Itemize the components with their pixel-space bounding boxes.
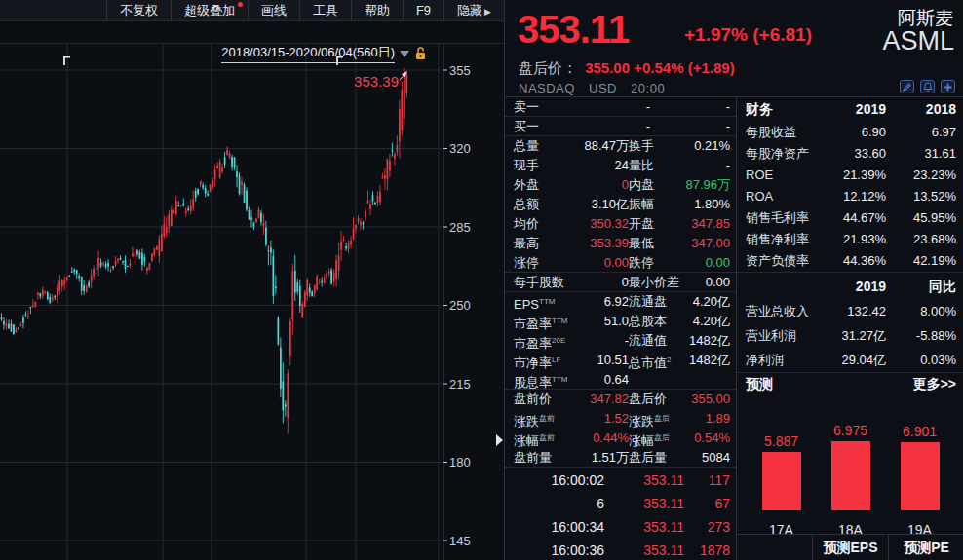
tab-forecast-pe[interactable]: 预测PE	[888, 535, 963, 560]
tab-forecast-eps[interactable]: 预测EPS	[812, 535, 888, 560]
candlestick-chart[interactable]: 355320285250215180145353.39	[0, 0, 504, 560]
quote-value: 4.20亿	[667, 292, 730, 312]
quote-label: 现手	[514, 156, 539, 175]
quote-cell: 总量88.47万	[514, 136, 629, 156]
growth-value: 29.04亿	[814, 348, 886, 372]
quote-table: 总量88.47万换手0.21%现手24量比-外盘0内盘87.96万总额3.10亿…	[505, 136, 736, 467]
edit-icon[interactable]	[900, 80, 914, 93]
forecast-bar	[831, 441, 870, 510]
order-book: 卖一--买一--	[505, 97, 736, 136]
quote-label: 股息率TTM	[514, 370, 567, 389]
order-book-label: 买一	[514, 117, 564, 135]
quote-value: 6.92	[555, 292, 629, 312]
quote-value: 347.00	[654, 234, 730, 253]
quote-label: EPSTTM	[514, 292, 555, 312]
chevron-down-icon[interactable]	[400, 51, 409, 57]
date-range-label[interactable]: 2018/03/15-2020/06/04(560日)	[221, 44, 395, 63]
quote-cell: 总股本4.20亿	[629, 312, 736, 331]
quote-row: 现手24量比-	[505, 156, 736, 175]
quote-label: 流通盘	[629, 292, 667, 312]
tick-row: 16:00:02353.11117	[505, 468, 736, 492]
order-book-row: 卖一--	[505, 97, 736, 117]
order-book-volume: -	[691, 97, 730, 116]
tick-volume: 1878	[684, 539, 736, 560]
chart-toolbar: 不复权超级叠加画线工具帮助F9隐藏▶	[0, 0, 504, 21]
finance-row: 销售毛利率44.67%45.95%	[737, 207, 963, 229]
toolbar-item-super-overlay[interactable]: 超级叠加	[171, 0, 248, 20]
quote-label: 盘前量	[514, 448, 552, 467]
finance-value: 45.95%	[886, 207, 956, 229]
growth-header-row: 2019同比	[737, 275, 963, 299]
quote-cell: 涨幅盘前0.44%	[514, 429, 629, 448]
quote-cell: 涨幅盘后0.54%	[629, 429, 736, 448]
finance-col-2018: 2018	[886, 97, 956, 122]
quote-label: 振幅	[629, 195, 654, 214]
bell-icon[interactable]	[920, 80, 935, 93]
quote-value: 1482亿	[667, 331, 730, 351]
finance-value: 23.68%	[886, 229, 956, 250]
quote-label: 涨幅盘前	[514, 429, 555, 448]
toolbar-item-f9[interactable]: F9	[403, 0, 443, 20]
add-to-watchlist-icon[interactable]	[941, 80, 955, 93]
toolbar-item-help[interactable]: 帮助	[351, 0, 403, 20]
quote-value: 0.54%	[670, 429, 730, 448]
quote-cell	[629, 370, 736, 389]
finance-value: 6.90	[814, 122, 886, 143]
order-book-price: -	[564, 117, 691, 135]
quote-label: 均价	[514, 214, 539, 234]
quote-cell: 盘后价355.00	[629, 390, 736, 409]
after-hours-value: 355.00 +0.54% (+1.89)	[585, 59, 734, 76]
quote-value: 1482亿	[671, 351, 730, 370]
toolbar-item-draw-line[interactable]: 画线	[248, 0, 299, 20]
quote-row: 市净率LF10.51总市值21482亿	[505, 351, 736, 370]
quote-value: 353.39	[539, 234, 629, 253]
quote-cell: 最高353.39	[514, 234, 629, 253]
toolbar-item-adjustment-mode[interactable]: 不复权	[106, 0, 171, 20]
quote-label: 盘前价	[514, 390, 552, 409]
quote-label: 每手股数	[514, 273, 564, 291]
growth-row: 营业总收入132.428.00%	[737, 299, 963, 323]
quote-cell: 市净率LF10.51	[514, 351, 629, 370]
quote-cell: 每手股数0	[514, 273, 629, 291]
finance-label: 销售净利率	[746, 229, 814, 250]
arrow-right-icon: ▶	[484, 7, 491, 17]
finance-value: 21.93%	[814, 229, 886, 250]
svg-text:215: 215	[449, 377, 471, 392]
toolbar-item-hide[interactable]: 隐藏▶	[443, 0, 504, 20]
quote-cell: 均价350.32	[514, 214, 629, 234]
forecast-more-link[interactable]: 更多>>	[913, 373, 956, 393]
finance-title: 财务	[746, 97, 814, 122]
finance-label: ROE	[746, 165, 814, 186]
finance-row: 每股净资产33.6031.61	[737, 143, 963, 165]
date-range-control[interactable]: 2018/03/15-2020/06/04(560日)	[221, 44, 427, 63]
finance-row: 销售净利率21.93%23.68%	[737, 229, 963, 250]
order-book-price: -	[564, 97, 691, 116]
forecast-bar	[762, 452, 801, 510]
tick-price: 353.11	[604, 468, 684, 492]
svg-text:320: 320	[449, 141, 471, 156]
toolbar-item-tools[interactable]: 工具	[299, 0, 351, 20]
quote-row: 盘前价347.82盘后价355.00	[505, 390, 736, 409]
quote-label: 量比	[629, 156, 654, 175]
quote-cell: 内盘87.96万	[629, 175, 736, 195]
unlock-icon[interactable]	[414, 47, 427, 60]
quote-cell: EPSTTM6.92	[514, 292, 629, 312]
finance-value: 44.67%	[814, 207, 886, 229]
svg-text:180: 180	[449, 455, 471, 469]
finance-table: 财务20192018每股收益6.906.97每股净资产33.6031.61ROE…	[737, 97, 963, 272]
quote-label: 盘后价	[629, 390, 667, 409]
finance-row: ROE21.39%23.23%	[737, 165, 963, 186]
quote-label: 涨停	[514, 253, 539, 272]
quote-label: 涨幅盘后	[629, 429, 670, 448]
quote-label: 跌停	[629, 253, 654, 272]
quote-cell: 总市值21482亿	[629, 351, 736, 370]
quote-cell: 跌停0.00	[629, 253, 736, 272]
panel-collapse-handle[interactable]	[496, 434, 503, 446]
growth-label: 营业总收入	[746, 299, 814, 323]
growth-col-yoy: 同比	[886, 275, 956, 299]
quote-value: 0.00	[539, 253, 629, 272]
growth-label: 净利润	[746, 348, 814, 372]
order-book-volume: -	[691, 117, 730, 135]
quote-cell: 换手0.21%	[629, 136, 736, 156]
quote-value: 0	[539, 175, 629, 195]
